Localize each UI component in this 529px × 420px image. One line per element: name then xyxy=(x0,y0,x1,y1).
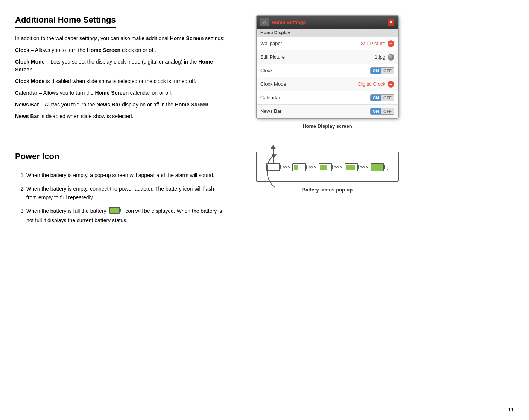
svg-rect-1 xyxy=(120,209,121,212)
hs-value-stillpicture: 1.jpg xyxy=(375,54,385,60)
section2-item-2: When the battery is empty, connect the p… xyxy=(26,185,226,202)
svg-marker-3 xyxy=(270,145,276,149)
page: Additional Home Settings In addition to … xyxy=(0,0,529,245)
battery-full xyxy=(371,163,384,171)
hs-row-calendar: Calendar ON OFF xyxy=(257,91,398,105)
section1-item-clockmode: Clock Mode – Lets you select the display… xyxy=(15,58,226,74)
battery-sequence: >>> >>> >>> xyxy=(266,163,388,172)
arrow-label-1: >>> xyxy=(282,165,290,170)
hs-toggle-calendar-on[interactable]: ON xyxy=(371,95,382,101)
section-power-icon: Power Icon When the battery is empty, a … xyxy=(15,152,506,230)
hs-title: Home Settings xyxy=(272,20,385,25)
battery-empty-wrap xyxy=(266,163,280,171)
hs-toggle-clock-on[interactable]: ON xyxy=(371,68,382,74)
battery-popup-container: >>> >>> >>> xyxy=(256,152,399,182)
section-additional-home-settings: Additional Home Settings In addition to … xyxy=(15,15,506,129)
section1-item-newsbar: News Bar – Allows you to turn the News B… xyxy=(15,101,226,109)
svg-rect-0 xyxy=(109,207,120,213)
hs-label-wallpaper: Wallpaper xyxy=(260,41,361,46)
section1-text: Additional Home Settings In addition to … xyxy=(15,15,226,129)
hs-label-clock: Clock xyxy=(260,68,370,73)
battery-popup: >>> >>> >>> xyxy=(256,152,399,182)
section2-text: Power Icon When the battery is empty, a … xyxy=(15,152,226,230)
battery-popup-caption: Battery status pop-up xyxy=(302,187,353,193)
battery-empty xyxy=(266,163,280,171)
section2-item-3: When the battery is full the battery ico… xyxy=(26,207,226,224)
hs-search-stillpicture[interactable]: 🔍 xyxy=(388,54,394,61)
hs-plus-clockmode[interactable]: + xyxy=(388,81,394,88)
hs-label-stillpicture: Still Picture xyxy=(260,54,375,60)
hs-row-wallpaper: Wallpaper Still Picture + xyxy=(257,37,398,50)
section2-list: When the battery is empty, a pop-up scre… xyxy=(15,171,226,224)
section1-bold1: Home Screen xyxy=(170,35,204,41)
hs-toggle-calendar[interactable]: ON OFF xyxy=(370,94,395,101)
home-icon: ⌂ xyxy=(260,18,269,26)
section1-item-newsbar-note: News Bar is disabled when slide show is … xyxy=(15,112,226,120)
home-settings-screen: ⌂ Home Settings ✕ Home Display Wallpaper… xyxy=(256,15,399,119)
battery-empty-container xyxy=(266,163,280,172)
home-display-caption: Home Display screen xyxy=(303,123,352,129)
section1-intro: In addition to the wallpaper settings, y… xyxy=(15,35,226,42)
hs-label-clockmode: Clock Mode xyxy=(260,81,358,87)
hs-label-calendar: Calendar xyxy=(260,95,370,100)
section1-item-clockmode-note: Clock Mode is disabled when slide show i… xyxy=(15,77,226,85)
calendar-label: Calendar xyxy=(15,90,38,96)
clockmode-label: Clock Mode xyxy=(15,59,45,65)
arrow-label-4: >>> xyxy=(360,165,368,170)
hs-toggle-clock-off[interactable]: OFF xyxy=(381,68,394,74)
battery-quarter-fill xyxy=(294,165,298,170)
section2-title: Power Icon xyxy=(15,152,59,164)
hs-row-clockmode: Clock Mode Digital Clock + xyxy=(257,77,398,91)
hs-plus-wallpaper[interactable]: + xyxy=(388,40,394,47)
battery-full-svg xyxy=(109,207,121,214)
battery-half-fill xyxy=(320,165,327,170)
battery-threequarter xyxy=(345,163,358,171)
arrow-label-2: >>> xyxy=(308,165,316,170)
hs-toggle-newsbar[interactable]: ON OFF xyxy=(370,108,395,115)
section1-item-clock: Clock – Allows you to turn the Home Scre… xyxy=(15,46,226,54)
hs-row-stillpicture: Still Picture 1.jpg 🔍 xyxy=(257,50,398,64)
battery-inline-icon xyxy=(109,207,121,216)
hs-toggle-clock[interactable]: ON OFF xyxy=(370,67,395,74)
page-number: 11 xyxy=(508,406,514,412)
hs-value-wallpaper: Still Picture xyxy=(361,41,385,46)
battery-threequarter-fill xyxy=(346,165,356,170)
hs-toggle-newsbar-off[interactable]: OFF xyxy=(381,108,394,114)
section2-right: >>> >>> >>> xyxy=(248,152,406,230)
newsbar-label: News Bar xyxy=(15,102,39,108)
section1-right: ⌂ Home Settings ✕ Home Display Wallpaper… xyxy=(248,15,406,129)
hs-section-header: Home Display xyxy=(257,29,398,37)
dot-label: . xyxy=(386,164,388,171)
hs-value-clockmode: Digital Clock xyxy=(358,81,385,87)
hs-row-clock: Clock ON OFF xyxy=(257,64,398,77)
arrow-up-svg xyxy=(266,145,281,163)
section1-item-calendar: Calendar – Allows you to turn the Home S… xyxy=(15,89,226,97)
hs-toggle-newsbar-on[interactable]: ON xyxy=(371,108,382,114)
hs-label-newsbar: News Bar xyxy=(260,108,370,114)
hs-toggle-calendar-off[interactable]: OFF xyxy=(381,95,394,101)
arrow-label-3: >>> xyxy=(334,165,342,170)
clock-label: Clock xyxy=(15,47,29,53)
hs-titlebar: ⌂ Home Settings ✕ xyxy=(257,16,398,29)
battery-half xyxy=(319,163,332,171)
hs-row-newsbar: News Bar ON OFF xyxy=(257,105,398,118)
hs-close-button[interactable]: ✕ xyxy=(388,19,394,26)
battery-quarter xyxy=(292,163,306,171)
section1-title: Additional Home Settings xyxy=(15,15,116,28)
section2-item-1: When the battery is empty, a pop-up scre… xyxy=(26,171,226,179)
